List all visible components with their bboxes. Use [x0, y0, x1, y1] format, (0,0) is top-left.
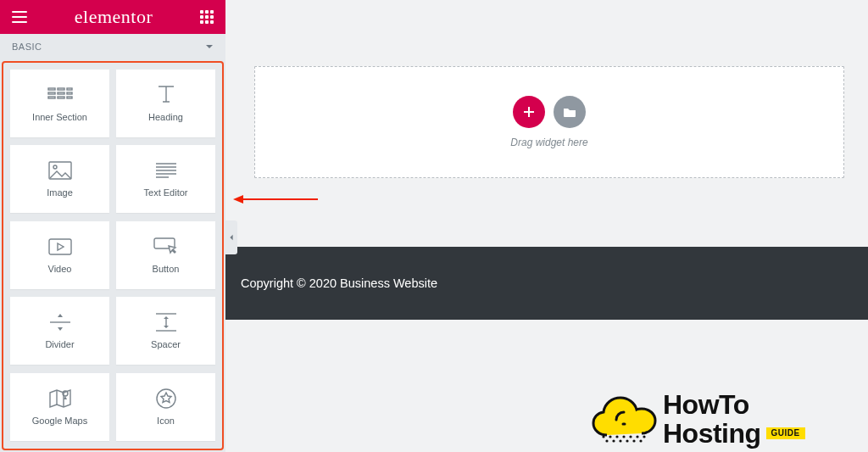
widget-label: Inner Section [32, 112, 87, 122]
svg-rect-0 [48, 88, 55, 90]
annotation-arrow [233, 193, 318, 206]
star-circle-icon [153, 388, 179, 409]
widget-divider[interactable]: Divider [10, 297, 109, 365]
spacer-icon [153, 312, 179, 332]
folder-icon [563, 105, 576, 119]
button-icon [153, 237, 179, 257]
widget-button[interactable]: Button [116, 221, 215, 289]
elementor-sidebar: elementor BASIC Inner Section [0, 0, 225, 452]
plus-icon [522, 105, 536, 119]
svg-rect-8 [67, 97, 72, 98]
widget-image[interactable]: Image [10, 145, 109, 213]
image-icon [47, 160, 73, 181]
map-icon [47, 388, 73, 409]
svg-point-36 [619, 439, 621, 442]
svg-point-32 [636, 435, 638, 438]
svg-point-29 [615, 435, 618, 438]
widget-inner-section[interactable]: Inner Section [10, 70, 109, 137]
cloud-icon [590, 394, 658, 444]
widget-label: Google Maps [32, 416, 87, 426]
add-template-button[interactable] [554, 96, 586, 128]
svg-rect-6 [67, 88, 72, 90]
svg-rect-1 [48, 92, 55, 94]
category-label: BASIC [12, 42, 42, 52]
widget-label: Heading [148, 112, 183, 122]
widget-video[interactable]: Video [10, 221, 109, 289]
brand-title: elementor [75, 6, 153, 28]
chevron-left-icon [228, 234, 235, 241]
svg-point-28 [609, 435, 611, 438]
divider-icon [47, 312, 73, 332]
svg-point-33 [643, 435, 645, 438]
svg-point-38 [632, 439, 635, 442]
drop-hint: Drag widget here [510, 137, 587, 148]
add-section-button[interactable] [513, 96, 545, 128]
svg-point-10 [53, 165, 57, 169]
watermark-badge: GUIDE [766, 427, 805, 439]
copyright-text: Copyright © 2020 Business Website [241, 276, 437, 290]
svg-rect-4 [58, 92, 64, 94]
svg-rect-5 [58, 97, 64, 98]
svg-rect-2 [48, 97, 55, 98]
widget-label: Text Editor [144, 187, 188, 198]
category-basic[interactable]: BASIC [0, 34, 225, 59]
svg-point-39 [639, 439, 642, 442]
widget-label: Button [153, 264, 180, 274]
widget-text-editor[interactable]: Text Editor [116, 145, 215, 213]
collapse-sidebar-tab[interactable] [225, 220, 237, 254]
svg-point-37 [626, 439, 628, 442]
page-footer: Copyright © 2020 Business Website [225, 247, 868, 320]
text-lines-icon [153, 160, 179, 181]
widget-label: Spacer [151, 339, 181, 349]
svg-rect-7 [67, 92, 72, 94]
watermark-line1: HowTo [663, 391, 805, 418]
columns-icon [47, 85, 73, 105]
canvas-area: Drag widget here Copyright © 2020 Busine… [225, 0, 868, 452]
svg-rect-16 [49, 239, 71, 254]
widget-label: Image [47, 187, 73, 198]
svg-point-30 [622, 435, 625, 438]
svg-point-31 [629, 435, 632, 438]
video-icon [47, 237, 73, 257]
apps-grid-icon[interactable] [200, 10, 214, 24]
chevron-down-icon [205, 42, 214, 51]
drop-zone[interactable]: Drag widget here [254, 66, 844, 178]
sidebar-topbar: elementor [0, 0, 225, 34]
watermark: HowTo Hosting GUIDE [590, 391, 861, 447]
widget-google-maps[interactable]: Google Maps [10, 373, 109, 441]
widget-spacer[interactable]: Spacer [116, 297, 215, 365]
widgets-grid: Inner Section Heading Image [2, 61, 224, 450]
watermark-line2: Hosting [663, 420, 761, 447]
heading-icon [153, 85, 179, 105]
svg-rect-3 [58, 88, 64, 90]
widget-heading[interactable]: Heading [116, 70, 215, 137]
svg-point-34 [605, 439, 608, 442]
widget-icon[interactable]: Icon [116, 373, 215, 441]
widget-label: Icon [157, 416, 175, 426]
svg-point-27 [602, 435, 604, 438]
widget-label: Divider [45, 339, 74, 349]
hamburger-icon[interactable] [12, 11, 27, 23]
svg-point-35 [612, 439, 615, 442]
widget-label: Video [48, 264, 72, 274]
drop-buttons [513, 96, 586, 128]
